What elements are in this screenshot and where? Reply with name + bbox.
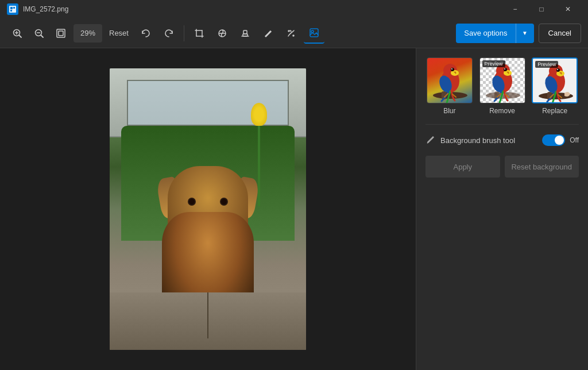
svg-rect-11 <box>57 29 65 37</box>
svg-point-23 <box>288 30 289 32</box>
blur-parrot-svg <box>427 58 473 103</box>
bg-thumb-blur <box>427 57 473 103</box>
zoom-out-button[interactable] <box>29 23 49 44</box>
bg-option-replace[interactable]: Preview <box>531 57 579 115</box>
action-buttons: Apply Reset background <box>425 156 579 178</box>
magic-tool-button[interactable] <box>281 23 301 44</box>
brush-tool-label: Background brush tool <box>440 136 537 145</box>
right-panel: Blur Preview <box>416 48 588 370</box>
toolbar-divider-1 <box>184 25 184 41</box>
adjust-tool-button[interactable] <box>212 23 233 44</box>
bg-thumb-replace: Preview <box>532 57 578 103</box>
svg-line-9 <box>41 35 44 37</box>
window-controls: − □ ✕ <box>502 0 581 18</box>
zoom-in-button[interactable] <box>7 23 28 44</box>
remove-preview-badge: Preview <box>482 60 505 67</box>
toolbar: 29% Reset <box>0 18 588 48</box>
svg-point-55 <box>557 69 558 70</box>
image-container <box>110 68 306 350</box>
replace-preview-badge: Preview <box>535 61 558 68</box>
bg-thumb-remove: Preview <box>479 57 525 103</box>
reset-button[interactable]: Reset <box>105 23 133 44</box>
panel-divider <box>425 124 579 125</box>
zoom-level: 29% <box>74 24 102 43</box>
image-ground-crack <box>207 292 208 338</box>
maximize-button[interactable]: □ <box>528 0 555 18</box>
main-area: Blur Preview <box>0 48 588 370</box>
svg-point-33 <box>451 68 454 71</box>
bg-remove-label: Remove <box>489 107 515 115</box>
apply-button[interactable]: Apply <box>425 156 500 178</box>
svg-point-54 <box>556 68 560 72</box>
bg-replace-label: Replace <box>542 107 567 115</box>
draw-tool-button[interactable] <box>258 23 278 44</box>
crop-tool-button[interactable] <box>189 23 210 44</box>
svg-rect-12 <box>59 31 63 36</box>
minimize-button[interactable]: − <box>502 0 528 18</box>
toggle-knob <box>555 136 564 145</box>
main-image <box>110 68 306 350</box>
canvas-area <box>0 48 416 370</box>
toggle-container: Off <box>542 134 579 146</box>
undo-button[interactable] <box>136 23 156 44</box>
brush-tool-toggle[interactable] <box>542 134 565 146</box>
zoom-controls <box>7 23 71 44</box>
toolbar-right: Save options ▼ Cancel <box>456 24 581 43</box>
svg-point-44 <box>504 68 505 70</box>
background-options: Blur Preview <box>425 57 579 115</box>
background-tool-button[interactable] <box>304 23 324 44</box>
fit-view-button[interactable] <box>51 23 71 44</box>
svg-point-24 <box>293 35 294 36</box>
app-icon <box>7 3 18 15</box>
svg-point-34 <box>451 68 452 70</box>
image-dog-eye-right <box>220 198 228 206</box>
svg-rect-3 <box>10 10 12 11</box>
redo-button[interactable] <box>158 23 179 44</box>
bg-blur-label: Blur <box>443 107 455 115</box>
toggle-state-label: Off <box>570 136 579 144</box>
svg-rect-20 <box>243 30 247 34</box>
cancel-button[interactable]: Cancel <box>539 24 581 43</box>
image-dog-eye-left <box>188 198 196 206</box>
save-options-arrow-icon: ▼ <box>516 24 534 43</box>
svg-line-5 <box>20 35 22 37</box>
image-ground <box>110 292 306 350</box>
svg-rect-2 <box>13 7 15 9</box>
image-tulip-flower <box>251 103 267 126</box>
bg-option-remove[interactable]: Preview <box>478 57 527 115</box>
image-dog-eyes <box>188 198 228 206</box>
save-options-button[interactable]: Save options ▼ <box>456 24 533 43</box>
stamp-tool-button[interactable] <box>235 23 256 44</box>
bg-option-blur[interactable]: Blur <box>425 57 474 115</box>
reset-background-button[interactable]: Reset background <box>505 156 579 178</box>
title-bar: IMG_2572.png − □ ✕ <box>0 0 588 18</box>
svg-rect-1 <box>10 7 13 9</box>
window-title: IMG_2572.png <box>23 5 502 13</box>
brush-icon <box>425 134 436 147</box>
svg-point-43 <box>504 68 507 71</box>
close-button[interactable]: ✕ <box>555 0 581 18</box>
brush-tool-row: Background brush tool Off <box>425 134 579 147</box>
